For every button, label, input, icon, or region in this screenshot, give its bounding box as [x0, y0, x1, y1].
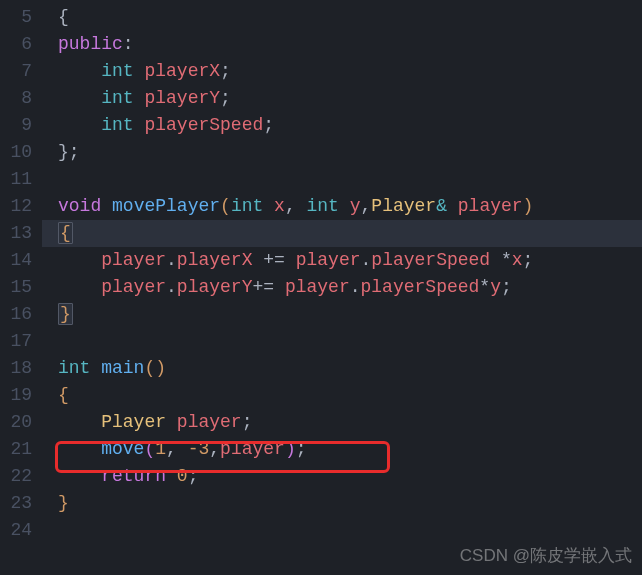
token-var: playerY: [144, 88, 220, 108]
code-line[interactable]: move(1, -3,player);: [58, 436, 642, 463]
token-type: int: [101, 61, 133, 81]
line-number: 12: [0, 193, 42, 220]
token-kw: void: [58, 196, 101, 216]
code-area[interactable]: {public: int playerX; int playerY; int p…: [42, 0, 642, 544]
token-ident: [58, 61, 101, 81]
token-cls: Player: [101, 412, 166, 432]
code-line[interactable]: int main(): [58, 355, 642, 382]
code-editor[interactable]: 56789101112131415161718192021222324 {pub…: [0, 0, 642, 544]
code-line[interactable]: [58, 517, 642, 544]
line-number: 6: [0, 31, 42, 58]
token-var: player: [220, 439, 285, 459]
token-punct: .: [361, 250, 372, 270]
token-ident: [58, 412, 101, 432]
line-number: 5: [0, 4, 42, 31]
token-var: player: [285, 277, 350, 297]
token-punct: ;: [220, 88, 231, 108]
token-var: y: [350, 196, 361, 216]
line-number: 11: [0, 166, 42, 193]
code-line[interactable]: player.playerX += player.playerSpeed *x;: [58, 247, 642, 274]
line-number: 16: [0, 301, 42, 328]
code-line[interactable]: [58, 328, 642, 355]
token-var: y: [490, 277, 501, 297]
code-line[interactable]: }: [58, 301, 642, 328]
token-var: playerX: [177, 250, 253, 270]
code-line[interactable]: {: [58, 382, 642, 409]
token-ident: [285, 250, 296, 270]
line-number: 8: [0, 85, 42, 112]
line-number: 19: [0, 382, 42, 409]
token-punct: :: [123, 34, 134, 54]
token-var: player: [101, 250, 166, 270]
token-ident: [101, 196, 112, 216]
token-punct: +=: [263, 250, 285, 270]
token-punct: ,: [209, 439, 220, 459]
token-var: playerSpeed: [361, 277, 480, 297]
token-punct: *: [479, 277, 490, 297]
code-line[interactable]: }: [58, 490, 642, 517]
code-line[interactable]: player.playerY+= player.playerSpeed*y;: [58, 274, 642, 301]
token-var: player: [458, 196, 523, 216]
token-ident: [90, 358, 101, 378]
token-punct: .: [166, 277, 177, 297]
code-line[interactable]: int playerY;: [58, 85, 642, 112]
token-kw: public: [58, 34, 123, 54]
token-ident: [339, 196, 350, 216]
line-number: 22: [0, 463, 42, 490]
token-punct: ,: [285, 196, 307, 216]
token-ident: [58, 115, 101, 135]
token-ident: [134, 115, 145, 135]
token-punct: ;: [296, 439, 307, 459]
code-line[interactable]: [58, 166, 642, 193]
token-punct: };: [58, 142, 80, 162]
line-number-gutter: 56789101112131415161718192021222324: [0, 0, 42, 544]
code-line[interactable]: int playerSpeed;: [58, 112, 642, 139]
code-line[interactable]: Player player;: [58, 409, 642, 436]
code-line[interactable]: };: [58, 139, 642, 166]
watermark: CSDN @陈皮学嵌入式: [460, 544, 632, 567]
token-punct: ;: [501, 277, 512, 297]
token-var: playerSpeed: [371, 250, 490, 270]
code-line[interactable]: {: [42, 220, 642, 247]
token-bracket1: {: [58, 222, 73, 244]
token-bracket1: {: [58, 385, 69, 405]
token-num: 1: [155, 439, 166, 459]
line-number: 7: [0, 58, 42, 85]
token-ident: [252, 250, 263, 270]
code-line[interactable]: int playerX;: [58, 58, 642, 85]
code-line[interactable]: {: [58, 4, 642, 31]
token-bracket1: (): [144, 358, 166, 378]
line-number: 18: [0, 355, 42, 382]
line-number: 23: [0, 490, 42, 517]
token-type: &: [436, 196, 447, 216]
token-var: playerY: [177, 277, 253, 297]
token-num: -3: [188, 439, 210, 459]
token-cls: Player: [371, 196, 436, 216]
token-var: playerX: [144, 61, 220, 81]
token-var: x: [274, 196, 285, 216]
token-ident: [58, 466, 101, 486]
code-line[interactable]: public:: [58, 31, 642, 58]
token-type: int: [231, 196, 263, 216]
token-ident: [58, 277, 101, 297]
code-line[interactable]: void movePlayer(int x, int y,Player& pla…: [58, 193, 642, 220]
token-ident: [58, 88, 101, 108]
line-number: 20: [0, 409, 42, 436]
token-ident: [166, 412, 177, 432]
token-ident: [134, 88, 145, 108]
token-bracket2: ): [285, 439, 296, 459]
line-number: 21: [0, 436, 42, 463]
token-punct: *: [501, 250, 512, 270]
token-var: player: [296, 250, 361, 270]
code-line[interactable]: return 0;: [58, 463, 642, 490]
token-type: int: [307, 196, 339, 216]
token-func: move: [101, 439, 144, 459]
token-ident: [263, 196, 274, 216]
token-ident: [166, 466, 177, 486]
line-number: 15: [0, 274, 42, 301]
token-ident: [490, 250, 501, 270]
token-punct: ;: [188, 466, 199, 486]
line-number: 17: [0, 328, 42, 355]
token-kw: return: [101, 466, 166, 486]
token-var: player: [177, 412, 242, 432]
